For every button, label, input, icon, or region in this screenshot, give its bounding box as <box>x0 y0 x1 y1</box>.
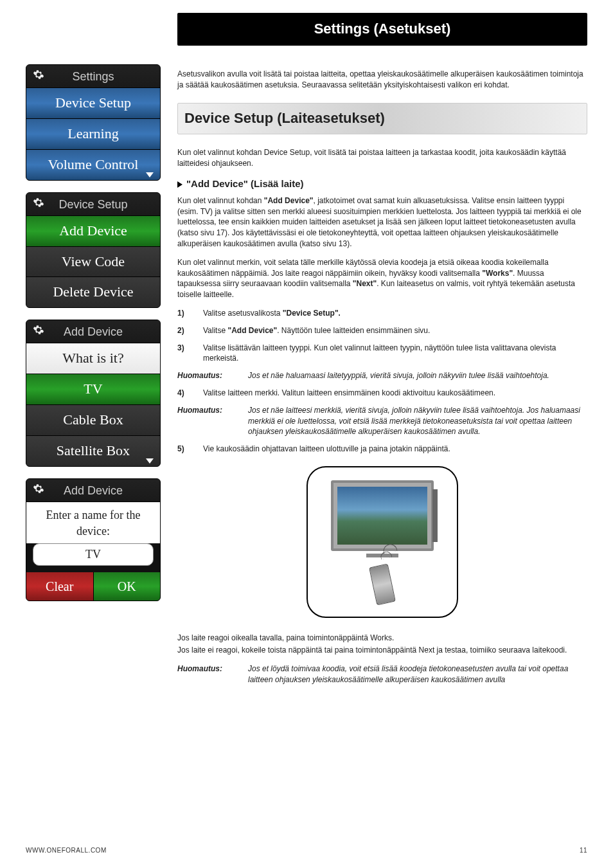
panel-header: Settings <box>26 65 160 88</box>
page-title-bar: Settings (Asetukset) <box>177 13 587 46</box>
intro-paragraph: Asetusvalikon avulla voit lisätä tai poi… <box>177 69 587 91</box>
clear-button[interactable]: Clear <box>26 572 94 601</box>
left-sidebar-panels: Settings Device Setup Learning Volume Co… <box>26 13 161 691</box>
remote-icon <box>369 563 396 605</box>
page-footer: WWW.ONEFORALL.COM 11 <box>26 846 587 855</box>
panel-title: Device Setup <box>58 197 127 213</box>
menu-item-view-code[interactable]: View Code <box>26 247 160 278</box>
menu-item-delete-device[interactable]: Delete Device <box>26 277 160 307</box>
device-setup-heading: Device Setup (Laiteasetukset) <box>177 103 587 134</box>
tv-icon <box>331 480 434 551</box>
menu-item-learning[interactable]: Learning <box>26 119 160 150</box>
paragraph: Jos laite reagoi oikealla tavalla, paina… <box>177 633 587 644</box>
paragraph: Kun olet valinnut kohdan Device Setup, v… <box>177 147 587 169</box>
menu-item-add-device[interactable]: Add Device <box>26 216 160 247</box>
device-name-input[interactable]: TV <box>33 543 154 566</box>
panel-settings: Settings Device Setup Learning Volume Co… <box>26 64 161 181</box>
panel-title: Settings <box>72 69 114 85</box>
panel-header: Add Device <box>26 479 160 502</box>
prompt-what-is-it: What is it? <box>26 343 160 374</box>
gear-icon <box>33 69 44 85</box>
add-device-subheading: "Add Device" (Lisää laite) <box>177 177 587 190</box>
menu-item-volume-control[interactable]: Volume Control <box>26 150 160 180</box>
steps-list: 4)Valitse laitteen merkki. Valitun laitt… <box>177 388 587 399</box>
paragraph: Jos laite ei reagoi, kokeile toista näpp… <box>177 645 587 656</box>
note: Huomautus:Jos et näe haluamaasi laitetyy… <box>177 370 587 381</box>
chevron-down-icon <box>146 458 154 464</box>
gear-icon <box>33 483 44 499</box>
gear-icon <box>33 197 44 213</box>
ok-button[interactable]: OK <box>94 572 161 601</box>
menu-item-satellite-box[interactable]: Satellite Box <box>26 436 160 466</box>
panel-title: Add Device <box>64 483 123 499</box>
paragraph: Kun olet valinnut merkin, voit selata tä… <box>177 257 587 300</box>
footer-url: WWW.ONEFORALL.COM <box>26 846 107 855</box>
steps-list: 5)Vie kaukosäädin ohjattavan laitteen ul… <box>177 444 587 455</box>
panel-device-setup: Device Setup Add Device View Code Delete… <box>26 192 161 309</box>
note: Huomautus:Jos et löydä toimivaa koodia, … <box>177 664 587 685</box>
panel-header: Device Setup <box>26 193 160 216</box>
menu-item-cable-box[interactable]: Cable Box <box>26 405 160 436</box>
main-content: Settings (Asetukset) Asetusvalikon avull… <box>177 13 587 691</box>
page-number: 11 <box>580 846 587 855</box>
menu-item-tv[interactable]: TV <box>26 374 160 405</box>
remote-tv-illustration <box>177 466 587 621</box>
chevron-down-icon <box>146 172 154 177</box>
arrow-right-icon <box>177 181 182 188</box>
gear-icon <box>33 324 44 340</box>
panel-add-device-name: Add Device Enter a name for the device: … <box>26 478 161 602</box>
note: Huomautus:Jos et näe laitteesi merkkiä, … <box>177 405 587 437</box>
steps-list: 1)Valitse asetusvalikosta "Device Setup"… <box>177 308 587 364</box>
panel-add-device-type: Add Device What is it? TV Cable Box Sate… <box>26 320 161 466</box>
panel-header: Add Device <box>26 320 160 343</box>
paragraph: Kun olet valinnut kohdan "Add Device", j… <box>177 195 587 249</box>
panel-title: Add Device <box>64 324 123 340</box>
menu-item-device-setup[interactable]: Device Setup <box>26 88 160 119</box>
field-label: Enter a name for the device: <box>26 502 160 543</box>
